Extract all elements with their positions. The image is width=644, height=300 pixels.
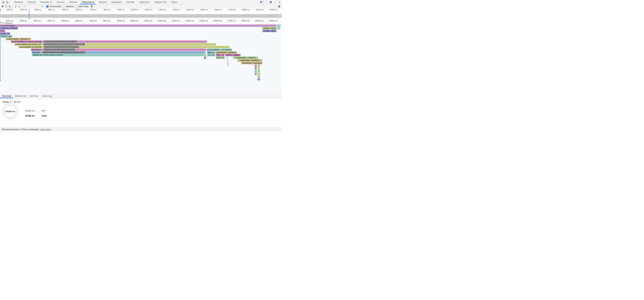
flame-bar-cod-ts[interactable]: Cod….ts bbox=[217, 57, 224, 59]
flame-bar[interactable] bbox=[277, 27, 280, 30]
flame-bar-co-ts[interactable]: Co…ts bbox=[207, 54, 216, 56]
flame-bar[interactable] bbox=[227, 57, 228, 59]
settings-gear-icon[interactable] bbox=[269, 1, 272, 4]
flame-bar-load-graphql-documents[interactable]: Load GraphQL documents:██ ███ █████ ████… bbox=[18, 46, 230, 48]
capture-settings-gear-icon[interactable] bbox=[278, 5, 281, 8]
tab-performance[interactable]: Performance bbox=[80, 0, 96, 4]
flame-chart[interactable]: Thread 0 executeCodegenLoad Gra…hema.tsG… bbox=[0, 22, 282, 94]
flame-bar[interactable] bbox=[258, 73, 260, 75]
flame-bar[interactable] bbox=[277, 25, 280, 27]
ruler-tick-label: 10000 ms bbox=[125, 20, 138, 22]
details-tab-bottom-up[interactable]: Bottom-Up bbox=[13, 94, 27, 98]
delete-recording-icon[interactable] bbox=[90, 5, 94, 8]
flame-bar-lo-s[interactable]: Lo…s bbox=[0, 30, 5, 32]
flame-bar[interactable] bbox=[228, 59, 228, 62]
time-breakdown-donut: 20188 ms bbox=[2, 103, 18, 120]
flame-bar[interactable] bbox=[254, 70, 257, 73]
flame-bar[interactable] bbox=[258, 70, 260, 73]
flame-bar[interactable] bbox=[228, 65, 228, 67]
ruler-tick-label: 5000 ms bbox=[55, 9, 69, 11]
flame-bar-load-graphql-documents-pac[interactable]: Load GraphQL documents: pac███ █████ ███… bbox=[14, 43, 216, 46]
tab-redux[interactable]: Redux bbox=[169, 0, 180, 4]
flame-bar-label: Load G…pes.ts bbox=[1, 35, 12, 37]
flame-bar-gen-ts[interactable]: Gen…ts bbox=[207, 51, 214, 54]
flame-bar-load-graphql-documents-package[interactable]: Load GraphQL documents: package██ █████ … bbox=[11, 41, 207, 43]
tab-lighthouse[interactable]: Lighthouse bbox=[137, 0, 152, 4]
tab-label: Elements bbox=[14, 1, 23, 4]
flame-bar[interactable] bbox=[258, 75, 260, 78]
checkbox-unchecked-icon[interactable] bbox=[63, 6, 65, 8]
flame-bar-load-graphql-urn-types-ts[interactable]: Load GraphQL …urn-types.ts bbox=[207, 49, 232, 51]
more-options-icon[interactable] bbox=[274, 1, 276, 4]
tab-network[interactable]: Network bbox=[67, 0, 80, 4]
tab-adblock-plus[interactable]: Adblock Plus bbox=[152, 0, 169, 4]
checkbox-web-vitals[interactable]: Web Vitals bbox=[75, 5, 88, 8]
close-icon[interactable] bbox=[278, 1, 281, 4]
divider bbox=[12, 5, 13, 8]
flame-bar-codegen[interactable]: Codegen:████████ ██████ █████ █████ ███ … bbox=[32, 51, 205, 54]
flame-bar-load-g-pes-ts[interactable]: Load G…pes.ts bbox=[0, 35, 12, 38]
ruler-tick-label: 14000 ms bbox=[180, 20, 194, 22]
flame-bar-codeg-ges[interactable]: Codeg…ges/ bbox=[262, 30, 276, 32]
tab-application[interactable]: Application bbox=[109, 0, 124, 4]
save-profile-icon[interactable] bbox=[18, 5, 21, 8]
flame-bar-load-gra-hema-ts[interactable]: Load Gra…hema.ts bbox=[0, 27, 18, 30]
thread-header[interactable]: Thread 0 bbox=[2, 22, 12, 24]
record-button[interactable] bbox=[1, 5, 4, 8]
checkbox-memory[interactable]: Memory bbox=[63, 5, 74, 8]
flame-bar-label: Load Grap…/mocks.ts bbox=[240, 59, 259, 61]
profile-select[interactable]: #1 bbox=[23, 5, 42, 8]
flame-bar-label: Lo…s bbox=[1, 30, 5, 32]
flame-bar[interactable] bbox=[254, 73, 257, 75]
flame-bar[interactable] bbox=[254, 67, 257, 70]
flame-bar-label: Codeg…ges/ bbox=[264, 30, 275, 32]
details-tab-summary[interactable]: Summary bbox=[0, 94, 13, 98]
clear-icon[interactable] bbox=[8, 5, 12, 8]
flame-bar-genera-ages[interactable]: Genera…ages/ bbox=[262, 27, 276, 30]
learn-more-link[interactable]: Learn more bbox=[40, 128, 51, 131]
flame-bar-load-s-ts[interactable]: Load …s.ts bbox=[0, 32, 10, 35]
overview-drag-handle[interactable] bbox=[0, 9, 1, 12]
inspect-element-icon[interactable] bbox=[2, 1, 4, 4]
flame-bar[interactable] bbox=[204, 54, 206, 56]
flame-bar-generate-p[interactable]: Generate: p██████ ███ █ ████ ████ ███ ██… bbox=[31, 49, 206, 51]
flame-bar-validate-documents-against-schema[interactable]: Validate documents against schema bbox=[32, 54, 204, 56]
tab-console[interactable]: Console bbox=[25, 0, 38, 4]
flame-bar-executecodegen[interactable]: executeCodegen bbox=[0, 25, 276, 27]
ruler-tick-label: 6000 ms bbox=[69, 20, 83, 22]
tab-sources[interactable]: Sources bbox=[54, 0, 67, 4]
flame-bar-load-graph-n-types-ts[interactable]: Load Graph…n-types.ts bbox=[233, 57, 258, 59]
flame-bar[interactable] bbox=[258, 65, 260, 67]
flame-bar[interactable] bbox=[280, 25, 281, 27]
console-messages-button[interactable]: 3 bbox=[258, 0, 266, 4]
ruler-tick-label: 7000 ms bbox=[83, 9, 97, 11]
flame-bar-load-graphq-ed-types-ts[interactable]: Load GraphQ…ed/types.ts bbox=[6, 38, 31, 40]
device-toolbar-icon[interactable] bbox=[6, 1, 8, 4]
total-blocking-time-text: Total blocking time: 0.00ms (estimated) bbox=[2, 128, 39, 131]
ruler-tick-label: 19000 ms bbox=[250, 20, 264, 22]
details-tab-event-log[interactable]: Event Log bbox=[40, 94, 54, 98]
timeline-overview[interactable]: 1000 ms2000 ms3000 ms4000 ms5000 ms6000 … bbox=[0, 9, 282, 19]
load-profile-icon[interactable] bbox=[14, 5, 18, 8]
flame-bar-load-graph-packages[interactable]: Load Graph…packages/ bbox=[241, 62, 262, 64]
flame-bar[interactable] bbox=[204, 57, 206, 59]
details-tab-call-tree[interactable]: Call Tree bbox=[28, 94, 40, 98]
reload-and-record-icon[interactable] bbox=[4, 5, 8, 8]
flame-bar[interactable] bbox=[228, 62, 228, 64]
tab-recorder[interactable]: Recorder bbox=[38, 0, 54, 4]
flame-bar-load-graph-mocks-ts[interactable]: Load Graph…/mocks.ts bbox=[215, 51, 237, 54]
tab-memory[interactable]: Memory bbox=[96, 0, 109, 4]
checkbox-screenshots[interactable]: ✓Screenshots bbox=[46, 5, 62, 8]
flame-bar[interactable] bbox=[254, 65, 257, 67]
flame-bar-label: Generate: p bbox=[32, 49, 42, 51]
flame-bar-load-g-kages[interactable]: Load G…kages/ bbox=[225, 54, 240, 56]
checkbox-checked-icon[interactable]: ✓ bbox=[46, 6, 48, 8]
flame-bar[interactable] bbox=[258, 78, 260, 81]
flame-bar-gen-ts[interactable]: Gen….ts bbox=[216, 54, 224, 56]
tab-elements[interactable]: Elements bbox=[12, 0, 25, 4]
flame-bar-load-grap-mocks-ts[interactable]: Load Grap…/mocks.ts bbox=[238, 59, 262, 62]
checkbox-unchecked-icon[interactable] bbox=[75, 6, 77, 8]
legend-value: 20188 ms bbox=[24, 110, 35, 112]
tab-security[interactable]: Security bbox=[124, 0, 136, 4]
flame-bar[interactable] bbox=[258, 67, 260, 70]
